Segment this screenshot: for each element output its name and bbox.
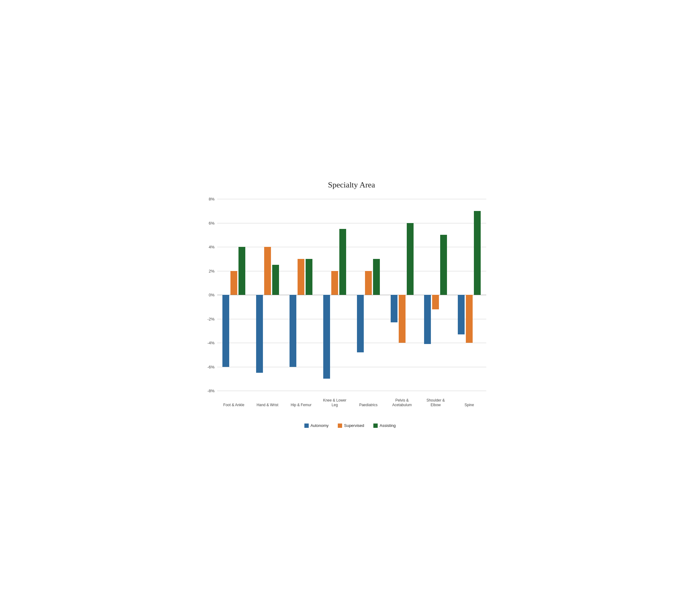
bar-group — [419, 199, 453, 391]
bar-assisting — [339, 229, 346, 295]
bar-assisting — [239, 247, 245, 295]
bar-group-container: Hip & Femur — [284, 199, 318, 391]
legend-item-supervised: Supervised — [338, 423, 364, 428]
legend-label-autonomy: Autonomy — [310, 423, 329, 428]
bar-assisting — [440, 235, 447, 295]
x-axis-label: Spine — [457, 403, 482, 408]
x-axis-label: Knee & Lower Leg — [322, 398, 347, 408]
y-axis-label: 0% — [209, 293, 215, 297]
bar-supervised — [230, 271, 237, 295]
bar-group-container: Spine — [453, 199, 486, 391]
x-axis-label: Pelvis & Acetabulum — [390, 398, 415, 408]
bar-group — [352, 199, 385, 391]
bar-assisting — [373, 259, 380, 295]
x-axis-label: Paediatrics — [356, 403, 381, 408]
y-axis-label: -4% — [207, 341, 215, 345]
bar-group — [453, 199, 486, 391]
bar-group — [318, 199, 352, 391]
bar-supervised — [298, 259, 304, 295]
bar-group-container: Foot & Ankle — [217, 199, 251, 391]
legend-item-assisting: Assisting — [373, 423, 396, 428]
y-axis-label: 4% — [209, 245, 215, 249]
bar-autonomy — [357, 295, 364, 352]
bar-group-container: Shoulder & Elbow — [419, 199, 453, 391]
legend-label-assisting: Assisting — [379, 423, 396, 428]
bar-group-container: Hand & Wrist — [251, 199, 284, 391]
bar-supervised — [365, 271, 372, 295]
bar-group-container: Paediatrics — [352, 199, 385, 391]
legend-swatch-supervised — [338, 424, 342, 428]
bar-autonomy — [424, 295, 431, 344]
bar-assisting — [407, 223, 414, 295]
y-axis-label: 2% — [209, 269, 215, 273]
legend: AutonomySupervisedAssisting — [196, 423, 505, 428]
bar-autonomy — [391, 295, 398, 322]
bar-group — [284, 199, 318, 391]
bar-group — [251, 199, 284, 391]
legend-label-supervised: Supervised — [344, 423, 364, 428]
x-axis-label: Hand & Wrist — [255, 403, 280, 408]
bar-supervised — [264, 247, 271, 295]
chart-container: Specialty Area 8%6%4%2%0%-2%-4%-6%-8% Fo… — [196, 168, 505, 434]
chart-title: Specialty Area — [217, 180, 486, 190]
y-axis-label: -2% — [207, 317, 215, 321]
bar-group-container: Knee & Lower Leg — [318, 199, 352, 391]
bar-assisting — [474, 211, 481, 295]
legend-item-autonomy: Autonomy — [304, 423, 329, 428]
bar-group-container: Pelvis & Acetabulum — [385, 199, 419, 391]
bar-autonomy — [222, 295, 229, 367]
x-axis-label: Foot & Ankle — [222, 403, 246, 408]
bar-supervised — [331, 271, 338, 295]
legend-swatch-assisting — [373, 424, 378, 428]
bar-group — [385, 199, 419, 391]
bar-autonomy — [290, 295, 296, 367]
chart-area: 8%6%4%2%0%-2%-4%-6%-8% Foot & AnkleHand … — [217, 199, 486, 391]
x-axis-label: Hip & Femur — [289, 403, 314, 408]
bar-supervised — [466, 295, 473, 343]
bars-wrapper: Foot & AnkleHand & WristHip & FemurKnee … — [217, 199, 486, 391]
y-axis-label: -6% — [207, 365, 215, 369]
bar-group — [217, 199, 251, 391]
y-axis-label: -8% — [207, 388, 215, 393]
y-axis-label: 8% — [209, 197, 215, 201]
bar-autonomy — [458, 295, 465, 334]
bar-assisting — [272, 265, 279, 295]
x-axis-label: Shoulder & Elbow — [423, 398, 448, 408]
bar-autonomy — [323, 295, 330, 379]
legend-swatch-autonomy — [304, 424, 309, 428]
y-axis-label: 6% — [209, 221, 215, 225]
bar-supervised — [432, 295, 439, 309]
bar-assisting — [306, 259, 312, 295]
bar-autonomy — [256, 295, 263, 373]
bar-supervised — [399, 295, 405, 343]
